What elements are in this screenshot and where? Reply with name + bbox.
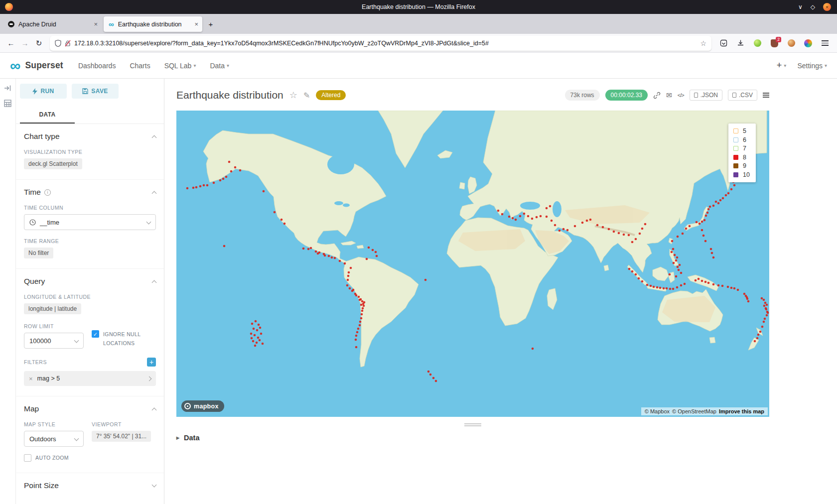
export-json-button[interactable]: .JSON: [690, 90, 722, 101]
time-column-label: TIME COLUMN: [24, 205, 156, 211]
section-query-header[interactable]: Query: [24, 277, 156, 286]
export-csv-button[interactable]: .CSV: [728, 90, 757, 101]
time-range-chip[interactable]: No filter: [24, 248, 53, 258]
section-point-size-header[interactable]: Point Size: [24, 481, 156, 490]
section-point-size: Point Size: [16, 473, 164, 500]
extension-pinwheel-icon[interactable]: [802, 37, 814, 49]
chevron-up-icon: [152, 280, 157, 285]
expand-panel-icon[interactable]: [4, 85, 11, 92]
chevron-up-icon: [152, 191, 157, 196]
improve-map-link[interactable]: Improve this map: [719, 408, 764, 414]
url-bar[interactable]: 172.18.0.3:32108/superset/explore/?form_…: [50, 36, 711, 51]
superset-favicon: ∞: [109, 20, 114, 28]
account-avatar-icon[interactable]: [785, 37, 797, 49]
shield-icon[interactable]: [55, 40, 61, 47]
minimize-icon[interactable]: ∨: [798, 3, 803, 10]
ignore-null-checkbox[interactable]: ✓: [92, 330, 99, 338]
remove-filter-icon[interactable]: ×: [29, 375, 33, 382]
legend-item[interactable]: 10: [733, 171, 750, 178]
row-limit-select[interactable]: 100000: [24, 333, 84, 349]
legend-item[interactable]: 6: [733, 136, 750, 143]
dataset-rail: [0, 79, 16, 504]
nav-data[interactable]: Data▾: [210, 62, 229, 70]
tab-close-icon[interactable]: ×: [94, 20, 98, 28]
auto-zoom-checkbox[interactable]: [24, 454, 31, 462]
row-count-badge: 73k rows: [565, 90, 600, 101]
downloads-icon[interactable]: [734, 37, 746, 49]
dataset-grid-icon[interactable]: [4, 100, 11, 107]
superset-navbar: ∞ Superset Dashboards Charts SQL Lab▾ Da…: [0, 53, 837, 79]
legend-item[interactable]: 8: [733, 154, 750, 161]
chevron-down-icon: [146, 219, 151, 224]
tab-apache-druid[interactable]: Apache Druid ×: [3, 16, 102, 32]
new-tab-button[interactable]: +: [204, 17, 217, 30]
nav-dashboards[interactable]: Dashboards: [78, 62, 116, 70]
chart-area: Earthquake distribution ☆ ✎ Altered 73k …: [164, 79, 837, 504]
settings-menu[interactable]: Settings▾: [797, 62, 827, 70]
time-column-select[interactable]: __time: [24, 214, 156, 230]
tab-close-icon[interactable]: ×: [194, 20, 198, 28]
tab-earthquake-distribution[interactable]: ∞ Earthquake distribution ×: [104, 16, 202, 32]
panel-resize-handle[interactable]: [176, 423, 769, 426]
section-time: Time i TIME COLUMN __time TIME RANGE No …: [16, 180, 164, 269]
lock-insecure-icon[interactable]: [65, 40, 71, 47]
map-style-select[interactable]: Outdoors: [24, 431, 84, 447]
tab-data[interactable]: DATA: [20, 107, 75, 124]
auto-zoom-checkbox-row[interactable]: AUTO ZOOM: [24, 454, 156, 463]
section-query: Query LONGITUDE & LATITUDE longitude | l…: [16, 269, 164, 396]
legend-item[interactable]: 9: [733, 162, 750, 169]
mapbox-circle-icon: [184, 403, 191, 409]
section-time-header[interactable]: Time i: [24, 188, 156, 197]
ignore-null-checkbox-row[interactable]: ✓ IGNORE NULL LOCATIONS: [92, 330, 156, 348]
forward-button[interactable]: →: [18, 36, 32, 50]
add-filter-button[interactable]: +: [147, 358, 156, 367]
save-page-icon[interactable]: [717, 37, 729, 49]
viewport-chip[interactable]: 7° 35' 54.02" | 31...: [92, 431, 151, 442]
attribution-osm-link[interactable]: © OpenStreetMap: [672, 408, 716, 414]
filters-label: FILTERS: [24, 359, 47, 365]
embed-code-icon[interactable]: </>: [678, 92, 684, 98]
run-button[interactable]: RUN: [20, 84, 67, 99]
edit-pencil-icon[interactable]: ✎: [303, 91, 310, 100]
legend-swatch: [733, 172, 738, 177]
mapbox-logo[interactable]: mapbox: [181, 400, 224, 412]
email-icon[interactable]: ✉: [666, 91, 672, 99]
window-titlebar: Earthquake distribution — Mozilla Firefo…: [0, 0, 837, 14]
section-map-header[interactable]: Map: [24, 404, 156, 413]
url-text[interactable]: 172.18.0.3:32108/superset/explore/?form_…: [74, 40, 697, 47]
clock-icon: [29, 219, 36, 226]
back-button[interactable]: ←: [4, 36, 18, 50]
visualization-type-chip[interactable]: deck.gl Scatterplot: [24, 158, 82, 169]
legend-item[interactable]: 5: [733, 127, 750, 134]
nav-sql-lab[interactable]: SQL Lab▾: [164, 62, 196, 70]
results-data-section[interactable]: ▸ Data: [176, 434, 837, 442]
new-item-button[interactable]: +▾: [777, 60, 787, 71]
share-link-icon[interactable]: [653, 92, 661, 99]
lonlat-label: LONGITUDE & LATITUDE: [24, 294, 156, 300]
close-window-icon[interactable]: ×: [823, 3, 831, 11]
browser-toolbar: ← → ↻ 172.18.0.3:32108/superset/explore/…: [0, 34, 837, 53]
section-chart-type-header[interactable]: Chart type: [24, 132, 156, 141]
legend-item[interactable]: 7: [733, 145, 750, 152]
tab-strip: Apache Druid × ∞ Earthquake distribution…: [0, 14, 837, 34]
menu-icon[interactable]: [819, 37, 831, 49]
extension-green-icon[interactable]: [751, 37, 763, 49]
ignore-null-label: IGNORE NULL LOCATIONS: [103, 330, 156, 348]
map-legend[interactable]: 5 6 7 8 9 10: [728, 124, 756, 182]
maximize-icon[interactable]: ◇: [811, 3, 815, 10]
lonlat-chip[interactable]: longitude | latitude: [24, 303, 81, 314]
chart-menu-icon[interactable]: [763, 93, 769, 98]
attribution-mapbox-link[interactable]: © Mapbox: [645, 408, 670, 414]
extension-blocker-icon[interactable]: 2: [768, 37, 780, 49]
file-icon: [732, 93, 736, 98]
superset-logo[interactable]: ∞ Superset: [10, 59, 63, 72]
bookmark-star-icon[interactable]: ☆: [700, 39, 706, 47]
nav-charts[interactable]: Charts: [130, 62, 150, 70]
visualization-type-label: VISUALIZATION TYPE: [24, 149, 156, 155]
filter-item[interactable]: × mag > 5: [24, 371, 156, 386]
favorite-star-icon[interactable]: ☆: [289, 90, 297, 101]
chevron-down-icon: [74, 338, 79, 343]
map-canvas[interactable]: 5 6 7 8 9 10 mapbox © Mapbox © OpenStree…: [176, 111, 769, 417]
reload-button[interactable]: ↻: [32, 36, 46, 50]
save-button[interactable]: SAVE: [72, 84, 119, 99]
